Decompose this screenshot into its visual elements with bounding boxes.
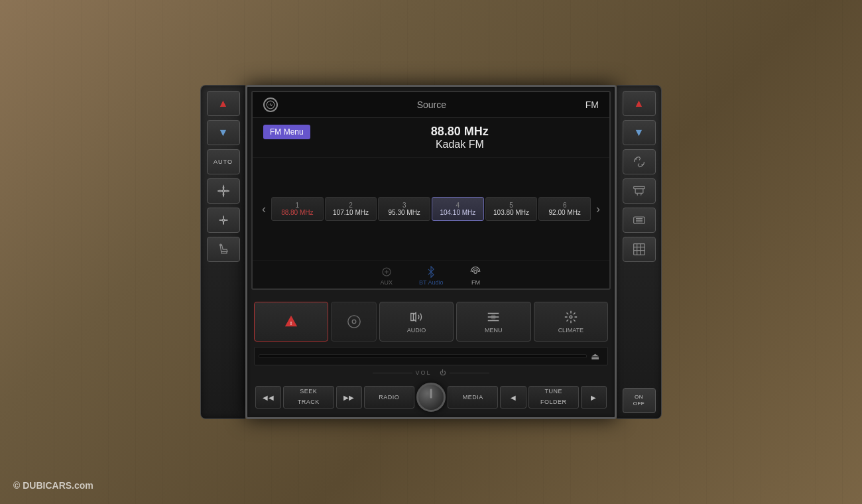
source-fm[interactable]: FM: [469, 266, 481, 286]
preset-2[interactable]: 2 107.10 MHz: [325, 197, 377, 221]
aux-icon: [381, 266, 393, 278]
source-bluetooth[interactable]: BT Audio: [419, 266, 443, 286]
audio-button[interactable]: AUDIO: [379, 302, 454, 342]
presets-container: ‹ 1 88.80 MHz 2 107.10 MHz 3 95.30 MHz: [257, 158, 605, 260]
watermark: © DUBICARS.com: [13, 480, 93, 491]
preset-4[interactable]: 4 104.10 MHz: [432, 197, 484, 221]
left-up-button[interactable]: ▲: [207, 91, 240, 116]
cd-icon: [347, 314, 361, 329]
vol-label: VOL: [415, 369, 431, 376]
fm-menu-button[interactable]: FM Menu: [263, 125, 310, 139]
eject-button[interactable]: ⏏: [587, 349, 603, 363]
svg-point-12: [570, 316, 572, 318]
radio-label: RADIO: [379, 394, 399, 401]
climate-button[interactable]: CLIMATE: [534, 302, 608, 342]
seat-icon: [217, 243, 230, 256]
fm-station-name: Kadak FM: [321, 139, 599, 151]
defrost-rear-icon: [633, 214, 646, 227]
fan-high-icon: [217, 184, 230, 198]
source-aux[interactable]: AUX: [381, 266, 393, 286]
fm-icon: [469, 266, 481, 278]
svg-rect-15: [633, 244, 645, 255]
fan-low-button[interactable]: [207, 208, 240, 233]
right-down-button[interactable]: ▼: [623, 120, 656, 145]
right-up-button[interactable]: ▲: [623, 91, 656, 116]
cd-button[interactable]: [331, 302, 376, 342]
preset-5[interactable]: 5 103.80 MHz: [485, 197, 538, 221]
seek-track-button[interactable]: SEEK TRACK: [283, 386, 334, 409]
seek-next-button[interactable]: ▶▶: [336, 386, 362, 409]
defrost-rear-button[interactable]: [623, 208, 656, 233]
right-panel: ▲ ▼: [617, 85, 662, 419]
source-icons-row: AUX BT Audio FM: [253, 260, 609, 288]
screen: Source FM FM Menu 88.80 MHz Kadak FM ‹: [251, 91, 611, 290]
grid-icon: [633, 243, 646, 256]
source-icon: [263, 97, 278, 112]
seat-heat-right-button[interactable]: [623, 237, 656, 262]
cd-slot: [259, 354, 587, 358]
fan-low-icon: [217, 214, 230, 227]
tune-next-button[interactable]: ▶: [581, 386, 607, 409]
svg-point-8: [347, 316, 359, 328]
menu-button[interactable]: MENU: [456, 302, 530, 342]
audio-label: AUDIO: [407, 327, 426, 334]
ac-button[interactable]: [623, 178, 656, 204]
volume-knob[interactable]: [416, 383, 446, 412]
left-down-button[interactable]: ▼: [207, 120, 240, 145]
radio-button[interactable]: RADIO: [364, 386, 414, 409]
source-bar: Source FM: [253, 92, 609, 118]
svg-point-9: [352, 320, 356, 324]
svg-rect-11: [492, 315, 496, 319]
fm-station-info: 88.80 MHz Kadak FM: [321, 125, 599, 151]
audio-icon: [409, 310, 424, 324]
auto-button[interactable]: AUTO: [207, 149, 240, 174]
climate-icon: [564, 310, 578, 324]
cd-slot-area: ⏏: [254, 347, 608, 365]
function-buttons: !: [251, 299, 611, 344]
svg-text:!: !: [290, 320, 292, 326]
seat-heat-button[interactable]: [207, 237, 240, 262]
bluetooth-icon: [425, 266, 437, 278]
bottom-controls: !: [247, 294, 615, 417]
seek-prev-button[interactable]: ◀◀: [255, 386, 281, 409]
left-panel: ▲ ▼ AUTO: [200, 85, 245, 419]
preset-6[interactable]: 6 92.00 MHz: [538, 197, 591, 221]
on-off-label: ONOFF: [633, 394, 645, 407]
recirculate-icon: [633, 155, 646, 168]
media-label: MEDIA: [463, 394, 483, 401]
tune-prev-button[interactable]: ◀: [500, 386, 526, 409]
ac-icon: [633, 184, 646, 198]
fan-high-button[interactable]: [207, 178, 240, 204]
hazard-icon: !: [284, 314, 298, 329]
preset-3[interactable]: 3 95.30 MHz: [378, 197, 430, 221]
svg-rect-13: [633, 186, 645, 188]
menu-label: MENU: [485, 327, 503, 334]
source-value: FM: [585, 99, 599, 110]
vol-row: VOL ⏻: [251, 368, 611, 377]
presets-scroll: 1 88.80 MHz 2 107.10 MHz 3 95.30 MHz 4: [271, 197, 591, 221]
center-console: ▲ ▼ AUTO: [200, 85, 662, 419]
svg-point-5: [474, 271, 477, 274]
svg-rect-10: [411, 314, 414, 321]
hazard-button[interactable]: !: [254, 302, 328, 342]
power-icon: ⏻: [440, 369, 447, 376]
fm-info: FM Menu 88.80 MHz Kadak FM: [253, 118, 609, 158]
main-unit: Source FM FM Menu 88.80 MHz Kadak FM ‹: [245, 85, 617, 419]
presets-next-button[interactable]: ›: [591, 200, 605, 219]
control-row: ◀◀ SEEK TRACK ▶▶ RADIO: [251, 380, 611, 414]
presets-prev-button[interactable]: ‹: [257, 200, 271, 219]
climate-label: CLIMATE: [558, 327, 584, 334]
menu-icon: [486, 310, 501, 324]
fm-frequency: 88.80 MHz: [321, 125, 599, 139]
car-interior: ▲ ▼ AUTO: [0, 0, 862, 504]
recirculate-button[interactable]: [623, 149, 656, 174]
tune-folder-button[interactable]: TUNE FOLDER: [528, 386, 579, 409]
media-button[interactable]: MEDIA: [448, 386, 498, 409]
on-off-button[interactable]: ONOFF: [623, 388, 656, 413]
preset-1[interactable]: 1 88.80 MHz: [271, 197, 324, 221]
source-label: Source: [286, 99, 578, 110]
